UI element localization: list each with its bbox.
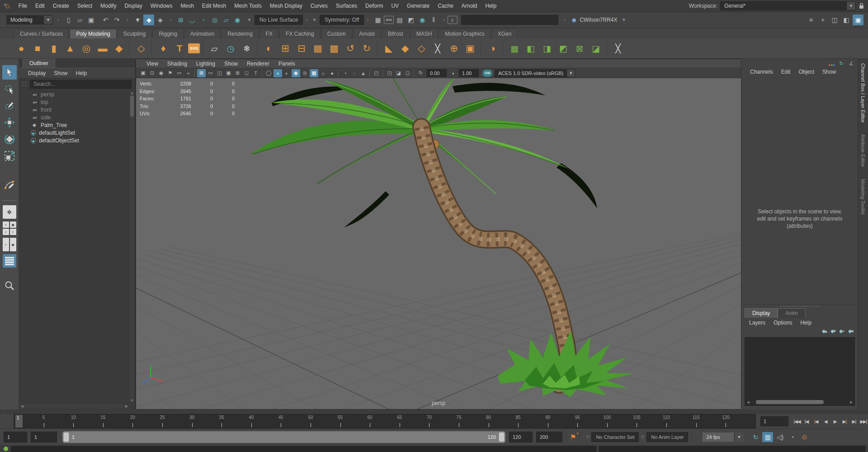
bookmark-view-icon[interactable]: ⚑ xyxy=(166,69,175,77)
snap-curve-icon[interactable]: ◡ xyxy=(187,14,198,25)
range-slider[interactable]: 1 120 xyxy=(62,431,505,443)
character-controls-icon[interactable]: + xyxy=(817,14,828,25)
make-live-icon[interactable]: ◉ xyxy=(232,14,243,25)
menu-set-select[interactable]: Modeling ▼ xyxy=(7,15,53,24)
shelf-tab[interactable]: Rigging xyxy=(152,29,184,38)
viewport-menu-item[interactable]: Shading xyxy=(163,60,191,67)
channel-box-menu-item[interactable]: Object xyxy=(795,68,818,76)
safe-action-icon[interactable]: ◻ xyxy=(242,69,251,77)
single-pane-layout-button[interactable]: ❖ xyxy=(3,205,16,219)
channel-box-menu-item[interactable]: Show xyxy=(819,68,840,76)
open-scene-icon[interactable]: ▱ xyxy=(75,14,85,25)
shelf-tab[interactable]: Sculpting xyxy=(117,29,152,38)
camera-attributes-icon[interactable]: ◉ xyxy=(157,69,165,77)
poly-cone-icon[interactable]: ▲ xyxy=(62,40,78,56)
anim-layer-select[interactable]: No Anim Layer xyxy=(646,432,688,442)
select-tool[interactable] xyxy=(2,65,17,80)
menubar-item[interactable]: Mesh Display xyxy=(266,0,307,12)
collapse-arrow-icon[interactable]: › xyxy=(125,17,130,23)
shelf-menu-icon[interactable]: ≡ xyxy=(4,2,6,7)
poly-disc-icon[interactable]: ◆ xyxy=(111,40,127,56)
uv-cut-icon[interactable]: ◨ xyxy=(539,40,555,56)
layer-editor-tab[interactable]: Anim xyxy=(778,308,805,318)
smooth-icon[interactable]: ▩ xyxy=(326,40,342,56)
new-scene-icon[interactable]: ▯ xyxy=(63,14,74,25)
menubar-item[interactable]: Modify xyxy=(96,0,120,12)
motion-blur-icon[interactable]: ◌ xyxy=(350,69,359,77)
play-backwards-button[interactable]: ◀ xyxy=(821,416,830,426)
range-start-handle[interactable] xyxy=(63,432,69,442)
rotate-tool[interactable] xyxy=(2,132,17,146)
object-mode-icon[interactable]: ◆ xyxy=(143,14,154,25)
poly-plane-icon[interactable]: ▬ xyxy=(95,40,110,56)
go-to-start-button[interactable]: |◀◀ xyxy=(793,416,802,426)
snap-projected-center-icon[interactable]: ◎ xyxy=(209,14,220,25)
fps-select[interactable]: 24 fps ▼ xyxy=(702,432,744,442)
paint-select-tool[interactable] xyxy=(2,99,17,113)
chevron-down-icon[interactable]: ▽ xyxy=(641,435,644,439)
time-node-icon[interactable]: ◷ xyxy=(223,40,238,56)
chevron-down-icon[interactable]: ▼ xyxy=(312,18,316,22)
quad-draw-icon[interactable]: ▣ xyxy=(462,40,478,56)
collapse-arrow-icon[interactable]: › xyxy=(441,17,447,23)
range-end-handle[interactable] xyxy=(499,432,505,442)
checkered-icon[interactable]: ▩ xyxy=(310,69,318,77)
separate-icon[interactable]: ⊟ xyxy=(294,40,309,56)
select-camera-icon[interactable]: ▣ xyxy=(139,69,147,77)
step-forward-key-button[interactable]: ▶| xyxy=(840,416,849,426)
snap-grid-icon[interactable]: ⊞ xyxy=(175,14,186,25)
viewport-menu-item[interactable]: View xyxy=(142,60,162,67)
sidebar-tab[interactable]: Channel Box / Layer Editor xyxy=(860,63,866,122)
textured-icon[interactable]: ◉ xyxy=(292,69,300,77)
step-back-frame-button[interactable]: |◀ xyxy=(802,416,811,426)
render-settings-icon[interactable]: ▤ xyxy=(394,14,405,25)
scroll-right-icon[interactable]: ▶ xyxy=(124,404,129,409)
new-empty-layer-icon[interactable]: ◆+ xyxy=(839,328,844,334)
extrude-icon[interactable]: ◣ xyxy=(381,40,396,56)
ipr-render-icon[interactable]: IPR xyxy=(384,16,394,24)
chevron-down-icon[interactable]: ▼ xyxy=(622,18,626,22)
collapse-arrow-icon[interactable]: › xyxy=(304,17,309,23)
chevron-down-icon[interactable]: ▼ xyxy=(43,16,52,24)
snowflake-icon[interactable]: ❄ xyxy=(239,40,255,56)
graph-icon[interactable]: ∠ xyxy=(848,60,855,67)
menubar-item[interactable]: Select xyxy=(73,0,96,12)
shelf-tab[interactable]: Poly Modeling xyxy=(70,29,116,38)
boolean-icon[interactable]: ◐ xyxy=(261,40,277,56)
animation-start-field[interactable]: 1 xyxy=(4,432,27,443)
lighting-icon[interactable]: ☼ xyxy=(319,69,327,77)
lock-camera-icon[interactable]: ⊡ xyxy=(148,69,156,77)
playback-start-field[interactable]: 1 xyxy=(31,432,57,443)
shadows-icon[interactable]: ● xyxy=(328,69,336,77)
drag-handle[interactable] xyxy=(1,14,5,26)
outliner-item[interactable]: top xyxy=(19,98,129,106)
colorspace-select[interactable]: ACES 1.0 SDR-video (sRGB) ▼ xyxy=(495,69,575,77)
resolution-gate-icon[interactable]: ◫ xyxy=(215,69,224,77)
layer-editor-menu-item[interactable]: Help xyxy=(797,319,815,327)
menubar-item[interactable]: Mesh Tools xyxy=(230,0,265,12)
construction-aid-icon[interactable]: ▱ xyxy=(207,40,222,56)
outliner-search-input[interactable]: Search... xyxy=(30,80,132,89)
menubar-item[interactable]: File xyxy=(14,0,31,12)
film-gate-icon[interactable]: ▭ xyxy=(206,69,215,77)
safe-title-icon[interactable]: T xyxy=(251,69,260,77)
layer-list[interactable]: ◀ ▶ xyxy=(745,337,855,406)
chevron-down-icon[interactable]: ▼ xyxy=(734,433,743,442)
menubar-item[interactable]: Cache xyxy=(434,0,458,12)
snapshot-icon[interactable]: ◪ xyxy=(394,69,403,77)
field-chart-icon[interactable]: ⊞ xyxy=(233,69,242,77)
snap-point-icon[interactable]: ◦ xyxy=(198,14,209,25)
shelf-tab[interactable]: Arnold xyxy=(353,29,381,38)
outliner-item[interactable]: side xyxy=(19,113,129,121)
animation-end-field[interactable]: 200 xyxy=(536,432,562,443)
fill-hole-icon[interactable]: ▦ xyxy=(310,40,326,56)
four-pane-layout-button[interactable]: +◆++ xyxy=(3,221,16,235)
uv-unfold-icon[interactable]: ◩ xyxy=(556,40,571,56)
platonic-solid-icon[interactable]: ◇ xyxy=(133,40,149,56)
drag-handle[interactable] xyxy=(779,306,820,307)
outliner-persp-layout-button[interactable] xyxy=(3,254,16,268)
uv-sew-icon[interactable]: ⊠ xyxy=(572,40,587,56)
auto-key-icon[interactable]: ⊙ xyxy=(799,432,810,442)
2d-pan-zoom-icon[interactable]: + xyxy=(184,69,193,77)
last-tool-used[interactable] xyxy=(2,178,17,193)
